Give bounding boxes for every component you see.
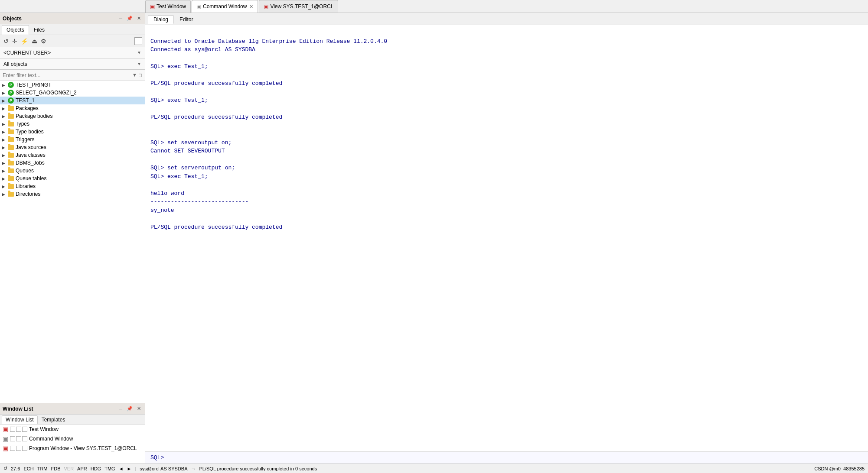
tree-item-java-classes[interactable]: ▶ Java classes: [0, 151, 145, 159]
cmd-prompt-label: SQL>: [150, 454, 164, 461]
top-tab-bar: ▣ Test Window ▣ Command Window ✕ ▣ View …: [0, 0, 868, 13]
wl-check-2c[interactable]: [22, 436, 27, 441]
tree-item-queue-tables[interactable]: ▶ Queue tables: [0, 175, 145, 182]
refresh-btn[interactable]: ↺: [3, 37, 10, 45]
tree-label-pkg-bodies: Package bodies: [16, 113, 52, 119]
toggle-type-bodies: ▶: [2, 130, 8, 134]
wl-check-1c[interactable]: [22, 427, 27, 432]
toggle-box[interactable]: [134, 37, 142, 45]
right-panel: Dialog Editor Connected to Oracle Databa…: [145, 13, 868, 463]
toggle-types: ▶: [2, 122, 8, 126]
folder-icon-pkg-bodies: [8, 114, 14, 119]
wl-check-2b[interactable]: [16, 436, 21, 441]
wl-check-3c[interactable]: [22, 446, 27, 451]
cmd-tab-editor[interactable]: Editor: [174, 15, 199, 24]
tree-label-dbms-jobs: DBMS_Jobs: [16, 160, 45, 166]
tree-item-types[interactable]: ▶ Types: [0, 120, 145, 128]
wl-tab-templates[interactable]: Templates: [38, 415, 69, 424]
objects-title-area: Objects: [3, 16, 22, 22]
connect-btn[interactable]: ⚡: [20, 37, 29, 45]
view-sys-icon: ▣: [264, 3, 268, 10]
wl-item-2[interactable]: ▣ Command Window: [0, 434, 145, 444]
output-line-13: sy_note: [150, 207, 174, 214]
output-line-14: PL/SQL procedure successfully completed: [150, 224, 282, 230]
tree-item-triggers[interactable]: ▶ Triggers: [0, 136, 145, 143]
cmd-input-field[interactable]: [166, 454, 863, 461]
tree-item-pkg-bodies[interactable]: ▶ Package bodies: [0, 112, 145, 120]
toggle-queue-tables: ▶: [2, 176, 8, 181]
tree-label-triggers: Triggers: [16, 136, 35, 143]
left-panel: Objects ─ 📌 ✕ Objects Files: [0, 13, 145, 463]
objects-minimize-btn[interactable]: ─: [117, 16, 124, 22]
add-btn[interactable]: ✛: [11, 37, 18, 45]
tab-files[interactable]: Files: [29, 25, 49, 35]
filter-clear-btn[interactable]: ◻: [138, 72, 142, 78]
folder-icon-directories: [8, 192, 14, 197]
status-hdg: HDG: [91, 466, 101, 471]
test-window-icon: ▣: [150, 3, 155, 10]
wl-pin-btn[interactable]: 📌: [125, 405, 134, 412]
tree-item-directories[interactable]: ▶ Directories: [0, 190, 145, 198]
wl-tab-window-list[interactable]: Window List: [2, 415, 38, 424]
wl-check-1a[interactable]: [10, 427, 15, 432]
tree-item-type-bodies[interactable]: ▶ Type bodies: [0, 128, 145, 136]
tree-item-proc1[interactable]: ▶ P TEST_PRINGT: [0, 81, 145, 89]
wl-check-3b[interactable]: [16, 446, 21, 451]
wl-close-btn[interactable]: ✕: [136, 405, 142, 412]
output-line-8: Cannot SET SEVEROUTPUT: [150, 148, 225, 154]
tree-item-proc2[interactable]: ▶ P SELECT_GAOGONGZI_2: [0, 89, 145, 97]
status-position: 27:6: [11, 466, 20, 471]
filter-input[interactable]: [3, 72, 132, 78]
tab-objects[interactable]: Objects: [2, 25, 29, 35]
status-proc-status: PL/SQL procedure successfully completed …: [199, 466, 317, 471]
folder-icon-java-sources: [8, 145, 14, 150]
wl-check-2a[interactable]: [10, 436, 15, 441]
status-arrow-left[interactable]: ◄: [119, 466, 124, 471]
tree-item-dbms-jobs[interactable]: ▶ DBMS_Jobs: [0, 159, 145, 167]
folder-icon-types: [8, 122, 14, 126]
objects-close-btn[interactable]: ✕: [136, 15, 142, 22]
status-arrow-right[interactable]: ►: [127, 466, 132, 471]
command-window-label: Command Window: [203, 3, 247, 10]
wl-minimize-btn[interactable]: ─: [117, 406, 124, 412]
objects-file-tabs: Objects Files: [0, 24, 145, 35]
output-line-3: SQL> exec Test_1;: [150, 63, 208, 70]
tab-test-window[interactable]: ▣ Test Window: [145, 0, 191, 13]
tree-item-libraries[interactable]: ▶ Libraries: [0, 182, 145, 190]
wl-item-3[interactable]: ▣ Program Window - View SYS.TEST_1@ORCL: [0, 444, 145, 453]
cmd-tab-dialog[interactable]: Dialog: [148, 15, 174, 24]
wl-checks-2: [10, 436, 27, 441]
objects-pin-btn[interactable]: 📌: [125, 15, 134, 22]
toggle-pkg-bodies: ▶: [2, 114, 8, 119]
tab-command-window[interactable]: ▣ Command Window ✕: [192, 0, 258, 13]
tree-item-java-sources[interactable]: ▶ Java sources: [0, 143, 145, 151]
tree-item-proc3[interactable]: ▶ P TEST_1: [0, 97, 145, 104]
settings-btn[interactable]: ⚙: [40, 37, 47, 45]
tree-label-types: Types: [16, 121, 29, 127]
command-window-close[interactable]: ✕: [249, 4, 253, 10]
tree-item-packages[interactable]: ▶ Packages: [0, 104, 145, 112]
tree-label-proc2: SELECT_GAOGONGZI_2: [16, 90, 77, 96]
folder-icon-type-bodies: [8, 130, 14, 134]
output-line-12: -----------------------------: [150, 198, 248, 205]
toggle-java-classes: ▶: [2, 153, 8, 158]
user-dropdown[interactable]: <CURRENT USER> ▼: [0, 47, 145, 58]
output-line-10: SQL> exec Test_1;: [150, 173, 208, 180]
wl-check-1b[interactable]: [16, 427, 21, 432]
cmd-output-area[interactable]: Connected to Oracle Database 11g Enterpr…: [145, 25, 868, 451]
all-objects-row[interactable]: All objects ▼: [0, 58, 145, 70]
filter-menu-btn[interactable]: ▼: [132, 72, 137, 78]
wl-check-3a[interactable]: [10, 446, 15, 451]
status-spinner: ↺: [3, 466, 7, 471]
wl-item-1[interactable]: ▣ Test Window: [0, 424, 145, 434]
proc-icon-3: P: [8, 97, 14, 104]
tab-view-sys-test[interactable]: ▣ View SYS.TEST_1@ORCL: [259, 0, 338, 13]
proc-icon-1: P: [8, 82, 14, 88]
filter-actions: ▼ ◻: [132, 72, 142, 78]
objects-panel-title: Objects: [3, 16, 22, 22]
disconnect-btn[interactable]: ⏏: [31, 37, 38, 45]
output-line-2: Connected as sys@orcl AS SYSDBA: [150, 46, 255, 53]
cmd-tabs: Dialog Editor: [145, 13, 868, 25]
command-window-icon: ▣: [196, 3, 201, 10]
tree-item-queues[interactable]: ▶ Queues: [0, 167, 145, 175]
